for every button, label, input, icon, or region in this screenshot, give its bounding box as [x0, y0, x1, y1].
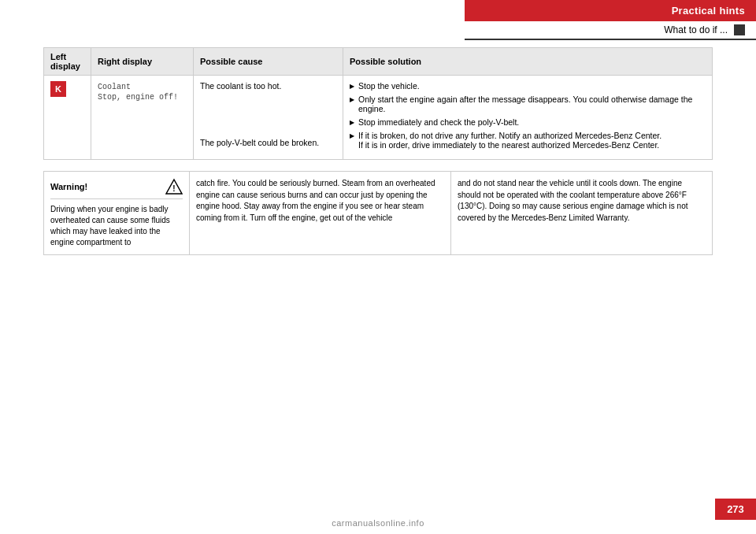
warning-section: Warning! ! Driving when your engine is b…: [43, 171, 713, 255]
warning-col2-text: and do not stand near the vehicle until …: [458, 178, 706, 224]
what-to-do-bar: What to do if ...: [465, 21, 756, 40]
cause-2: The poly-V-belt could be broken.: [200, 138, 336, 147]
table-row: K CoolantStop, engine off! The coolant i…: [44, 76, 713, 160]
warning-col-1: catch fire. You could be seriously burne…: [190, 172, 451, 254]
solution-text-1: Stop the vehicle.: [358, 81, 420, 91]
solution-text-4: If it is broken, do not drive any furthe…: [358, 131, 662, 150]
warning-col-2: and do not stand near the vehicle until …: [451, 172, 712, 254]
left-display-cell: K: [44, 76, 91, 160]
solution-text-2: Only start the engine again after the me…: [358, 95, 706, 113]
right-display-text: CoolantStop, engine off!: [98, 83, 178, 102]
col-left-display: Left display: [44, 48, 91, 76]
warning-col1-text: catch fire. You could be seriously burne…: [196, 178, 444, 224]
practical-hints-bar: Practical hints: [465, 0, 756, 21]
what-to-do-label: What to do if ...: [664, 24, 728, 35]
col-possible-solution: Possible solution: [343, 48, 713, 76]
page-number: 273: [715, 499, 756, 520]
coolant-warning-icon: K: [50, 81, 66, 97]
col-possible-cause: Possible cause: [194, 48, 343, 76]
table-header-row: Left display Right display Possible caus…: [44, 48, 713, 76]
solution-text-3: Stop immediately and check the poly-V-be…: [358, 117, 519, 127]
practical-hints-label: Practical hints: [672, 5, 745, 17]
solution-list: Stop the vehicle. Only start the engine …: [350, 81, 706, 150]
warning-triangle-icon: !: [165, 178, 183, 195]
solution-item-1: Stop the vehicle.: [350, 81, 706, 91]
data-table: Left display Right display Possible caus…: [43, 47, 713, 160]
watermark: carmanualsonline.info: [332, 518, 424, 528]
solution-item-2: Only start the engine again after the me…: [350, 95, 706, 113]
right-display-cell: CoolantStop, engine off!: [91, 76, 194, 160]
section-marker: [734, 24, 745, 35]
possible-solution-cell: Stop the vehicle. Only start the engine …: [343, 76, 713, 160]
solution-item-3: Stop immediately and check the poly-V-be…: [350, 117, 706, 127]
warning-title: Warning!: [50, 182, 87, 191]
warning-header: Warning! !: [50, 178, 183, 199]
solution-item-4: If it is broken, do not drive any furthe…: [350, 131, 706, 150]
main-content: Left display Right display Possible caus…: [43, 47, 713, 266]
warning-box: Warning! ! Driving when your engine is b…: [44, 172, 190, 254]
possible-cause-cell: The coolant is too hot. The poly-V-belt …: [194, 76, 343, 160]
svg-text:!: !: [172, 184, 175, 193]
header-section: Practical hints What to do if ...: [465, 0, 756, 40]
cause-1: The coolant is too hot.: [200, 81, 336, 91]
col-right-display: Right display: [91, 48, 194, 76]
warning-body-text: Driving when your engine is badly overhe…: [50, 204, 183, 248]
warning-icon-label: K: [55, 84, 61, 94]
warning-right-content: catch fire. You could be seriously burne…: [190, 172, 712, 254]
